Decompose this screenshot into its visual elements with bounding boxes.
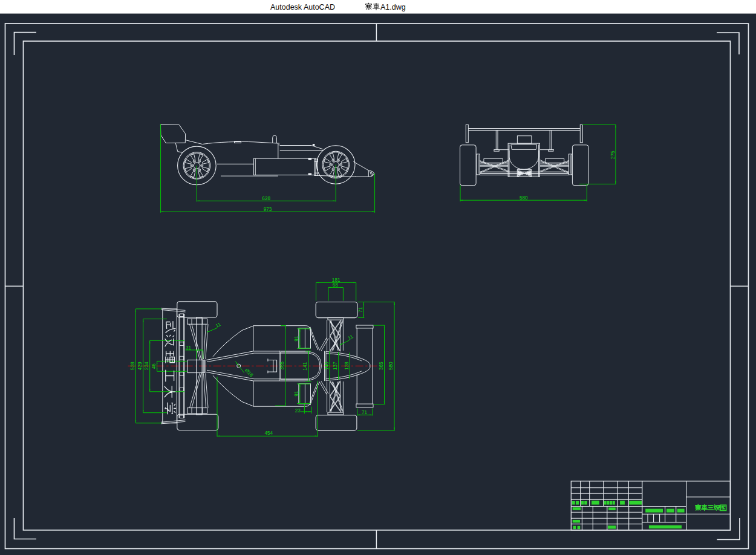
svg-text:71: 71 [362,410,368,415]
svg-text:31: 31 [186,345,192,351]
svg-text:628: 628 [262,196,270,201]
svg-text:46: 46 [151,363,157,369]
svg-text:580: 580 [520,195,528,201]
svg-text:91: 91 [294,336,299,342]
svg-text:429: 429 [137,362,143,370]
svg-text:454: 454 [264,430,273,436]
svg-text:137: 137 [333,362,338,370]
svg-text:A1.dwg: A1.dwg [380,3,406,11]
svg-text:91: 91 [294,391,299,397]
svg-text:140: 140 [324,362,330,370]
svg-text:71: 71 [358,307,363,313]
svg-text:234: 234 [144,362,149,370]
svg-text:528: 528 [130,362,135,370]
svg-text:141: 141 [302,362,308,371]
svg-text:365: 365 [379,362,384,370]
svg-text:68: 68 [333,282,339,288]
svg-text:365: 365 [279,362,285,370]
svg-text:580: 580 [388,362,394,370]
svg-text:Autodesk AutoCAD: Autodesk AutoCAD [270,3,335,11]
svg-text:275: 275 [610,151,616,159]
svg-text:23: 23 [295,408,301,414]
svg-text:973: 973 [264,207,272,212]
svg-text:128: 128 [344,362,350,370]
